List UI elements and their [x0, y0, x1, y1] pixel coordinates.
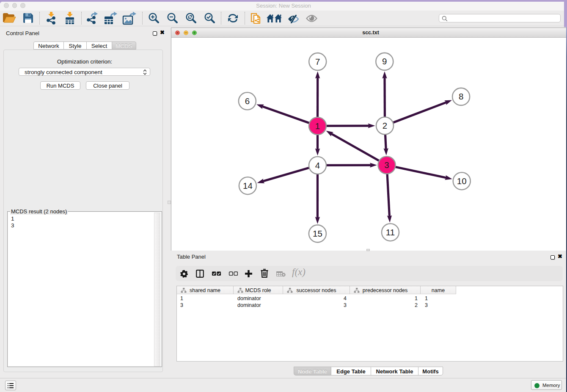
svg-text:8: 8: [459, 91, 463, 101]
svg-text:14: 14: [243, 181, 253, 190]
svg-text:9: 9: [382, 56, 387, 66]
svg-text:4: 4: [315, 160, 320, 170]
svg-text:7: 7: [315, 57, 320, 66]
svg-text:10: 10: [457, 176, 467, 186]
svg-text:11: 11: [386, 227, 395, 237]
svg-text:1: 1: [315, 121, 320, 131]
svg-text:6: 6: [245, 96, 250, 106]
svg-text:3: 3: [384, 160, 389, 170]
svg-text:15: 15: [313, 229, 322, 238]
svg-text:2: 2: [383, 121, 387, 130]
